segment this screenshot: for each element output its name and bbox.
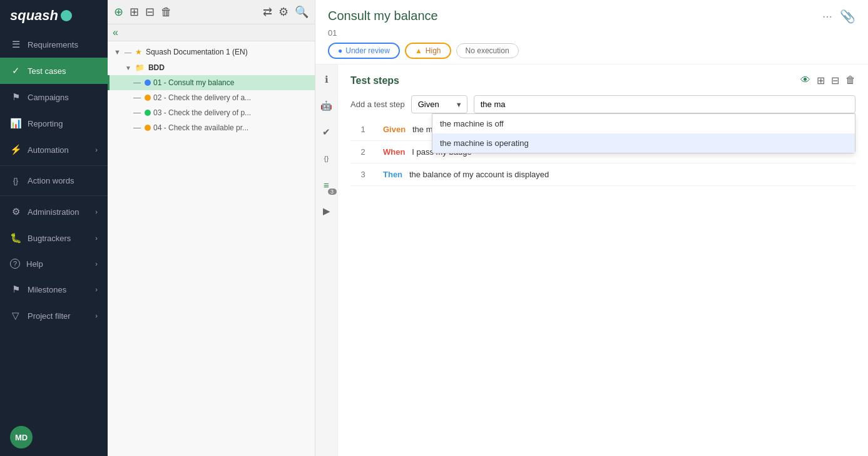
tree-item-01[interactable]: — 01 - Consult my balance <box>108 75 315 90</box>
tree-item-label: 01 - Consult my balance <box>153 78 234 87</box>
transfer-icon[interactable]: ⇄ <box>263 5 272 19</box>
project-name: Squash Documentation 1 (EN) <box>146 48 248 56</box>
sidebar-item-label: Help <box>26 259 43 269</box>
sidebar-item-requirements[interactable]: ☰ Requirements <box>0 31 108 58</box>
check-icon[interactable]: ✔ <box>318 123 335 141</box>
collapse-left-icon[interactable]: « <box>113 27 118 38</box>
content-wrapper: ℹ 🤖 ✔ {} ≡ 3 ▶ Test steps 👁 ⊞ ⊟ 🗑 <box>315 65 868 456</box>
action-words-icon: {} <box>10 177 21 185</box>
table-row: 3 Then the balance of my account is disp… <box>350 163 855 186</box>
settings-icon[interactable]: ⚙ <box>278 5 288 19</box>
view-icon[interactable]: 👁 <box>800 75 810 86</box>
sidebar-item-administration[interactable]: ⚙ Administration › <box>0 199 108 225</box>
tree-folder-bdd[interactable]: ▼ 📁 BDD <box>108 60 315 75</box>
search-icon[interactable]: 🔍 <box>295 5 309 19</box>
tree-content: ▼ — ★ Squash Documentation 1 (EN) ▼ 📁 BD… <box>108 41 315 456</box>
sidebar-item-label: Administration <box>28 207 79 217</box>
autocomplete-item-operating[interactable]: the machine is operating <box>432 133 855 153</box>
step-keyword: Then <box>383 170 402 179</box>
administration-icon: ⚙ <box>10 206 21 217</box>
steps-count-badge: 3 <box>328 189 337 195</box>
play-icon[interactable]: ▶ <box>318 202 335 220</box>
collapse-item-icon[interactable]: — <box>132 108 142 117</box>
more-options-icon[interactable]: ⋯ <box>822 11 832 23</box>
tree-panel: ⊕ ⊞ ⊟ 🗑 ⇄ ⚙ 🔍 « ▼ — ★ Squash Documentati… <box>108 0 315 456</box>
test-steps-header: Test steps 👁 ⊞ ⊟ 🗑 <box>350 75 855 86</box>
test-steps-actions: 👁 ⊞ ⊟ 🗑 <box>800 75 855 86</box>
avatar[interactable]: MD <box>10 426 33 448</box>
priority-label: High <box>426 46 441 55</box>
status-dot: ● <box>338 46 342 55</box>
collapse-item-icon[interactable]: — <box>132 78 142 87</box>
step-content: Then the balance of my account is displa… <box>375 163 855 186</box>
sidebar-item-automation[interactable]: ⚡ Automation › <box>0 137 108 163</box>
chevron-right-icon: › <box>95 146 98 153</box>
test-id: 01 <box>328 28 519 38</box>
collapse-item-icon[interactable]: — <box>132 93 142 102</box>
tree-collapse-bar: « <box>108 24 315 41</box>
tree-item-03[interactable]: — 03 - Check the delivery of p... <box>108 105 315 120</box>
test-cases-icon: ✓ <box>10 65 21 76</box>
list-icon[interactable]: ≡ 3 <box>318 176 335 194</box>
sidebar-item-label: Automation <box>28 145 69 155</box>
user-avatar-area: MD <box>0 418 108 456</box>
sidebar-item-campaigns[interactable]: ⚑ Campaigns <box>0 84 108 110</box>
sidebar-item-project-filter[interactable]: ▽ Project filter › <box>0 303 108 329</box>
priority-badge[interactable]: ▲ High <box>405 43 451 59</box>
step-keyword: When <box>383 147 405 157</box>
sidebar-item-test-cases[interactable]: ✓ Test cases <box>0 58 108 84</box>
status-badge[interactable]: ● Under review <box>328 43 400 59</box>
status-dot-yellow-2 <box>145 125 151 131</box>
delete-steps-icon[interactable]: 🗑 <box>845 75 855 86</box>
priority-icon: ▲ <box>415 46 422 55</box>
page-title: Consult my balance <box>328 9 519 23</box>
step-keyword: Given <box>383 125 406 134</box>
add-step-label: Add a test step <box>350 100 405 109</box>
tree-item-label: 02 - Check the delivery of a... <box>153 93 251 102</box>
tree-item-04[interactable]: — 04 - Check the available pr... <box>108 120 315 135</box>
tree-item-02[interactable]: — 02 - Check the delivery of a... <box>108 90 315 105</box>
title-area: Consult my balance 01 ● Under review ▲ H… <box>328 9 519 59</box>
add-icon[interactable]: ⊕ <box>114 5 123 19</box>
sidebar-item-help[interactable]: ? Help › <box>0 251 108 276</box>
braces-icon[interactable]: {} <box>318 150 335 167</box>
execution-badge[interactable]: No execution <box>456 43 519 58</box>
step-type-select[interactable]: Given When Then And But <box>411 95 467 113</box>
sidebar-item-reporting[interactable]: 📊 Reporting <box>0 110 108 137</box>
collapse-project-icon: ▼ <box>114 48 121 56</box>
paperclip-icon[interactable]: 📎 <box>840 9 855 24</box>
header-actions: ⋯ 📎 <box>822 9 855 24</box>
robot-icon[interactable]: 🤖 <box>318 97 335 115</box>
status-label: Under review <box>345 46 390 55</box>
main-content: Consult my balance 01 ● Under review ▲ H… <box>315 0 868 456</box>
logo-icon <box>61 10 72 21</box>
sidebar-item-label: Reporting <box>28 119 63 128</box>
tree-project[interactable]: ▼ — ★ Squash Documentation 1 (EN) <box>108 44 315 60</box>
campaigns-icon: ⚑ <box>10 91 21 103</box>
chevron-right-icon: › <box>95 312 98 319</box>
info-icon[interactable]: ℹ <box>318 71 335 88</box>
step-text: the balance of my account is displayed <box>405 170 549 179</box>
folder-icon: 📁 <box>135 63 145 72</box>
autocomplete-dropdown: the machine is off the machine is operat… <box>432 113 855 153</box>
copy-icon[interactable]: ⊞ <box>130 5 139 19</box>
reporting-icon: 📊 <box>10 118 21 129</box>
collapse-folder-icon: ▼ <box>125 65 131 71</box>
sidebar-item-bugtrackers[interactable]: 🐛 Bugtrackers › <box>0 225 108 251</box>
folder-name: BDD <box>148 63 165 72</box>
paste-icon[interactable]: ⊟ <box>145 5 155 19</box>
step-number: 3 <box>350 163 375 186</box>
star-icon: ★ <box>135 48 142 56</box>
sidebar-nav: ☰ Requirements ✓ Test cases ⚑ Campaigns … <box>0 31 108 456</box>
execution-label: No execution <box>466 46 509 55</box>
sidebar-item-milestones[interactable]: ⚑ Milestones › <box>0 276 108 303</box>
delete-icon[interactable]: 🗑 <box>161 6 172 19</box>
autocomplete-item-off[interactable]: the machine is off <box>432 114 855 133</box>
sidebar-item-action-words[interactable]: {} Action words <box>0 168 108 193</box>
collapse-item-icon[interactable]: — <box>132 123 142 132</box>
nav-divider <box>0 165 108 166</box>
paste-steps-icon[interactable]: ⊟ <box>831 75 839 86</box>
status-dot-blue <box>145 80 151 86</box>
step-input[interactable] <box>474 95 855 113</box>
copy-steps-icon[interactable]: ⊞ <box>817 75 825 86</box>
